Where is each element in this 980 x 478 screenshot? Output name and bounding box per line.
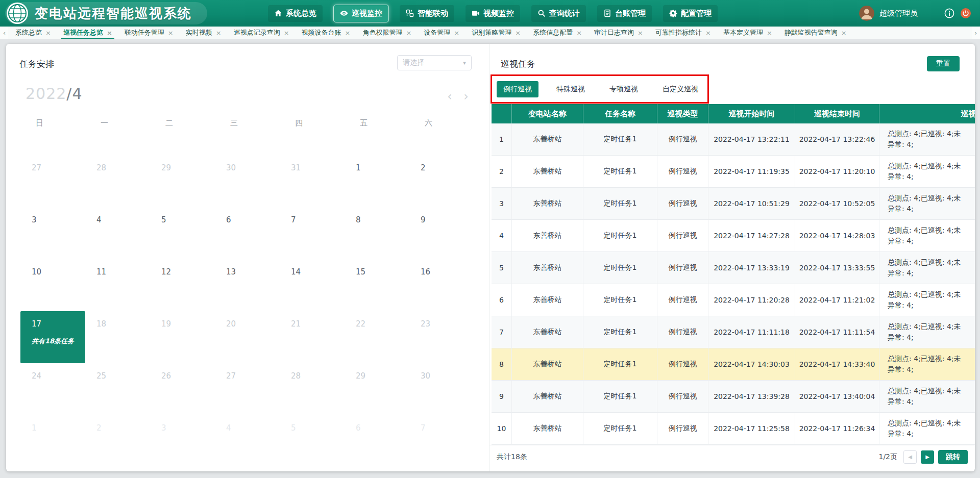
tab-item[interactable]: 设备管理× xyxy=(418,27,465,39)
calendar-day[interactable]: 16 xyxy=(409,259,474,311)
tab-item[interactable]: 视频设备台账× xyxy=(296,27,357,39)
nav-item[interactable]: 智能联动 xyxy=(400,5,454,22)
calendar-day[interactable]: 29 xyxy=(150,155,215,207)
close-icon[interactable]: × xyxy=(168,29,174,37)
close-icon[interactable]: × xyxy=(767,29,772,37)
calendar-day[interactable]: 2 xyxy=(85,415,150,467)
nav-item[interactable]: 系统总览 xyxy=(268,5,323,22)
tab-item[interactable]: 识别策略管理× xyxy=(465,27,527,39)
nav-item[interactable]: 台账管理 xyxy=(597,5,652,22)
tab-item[interactable]: 可靠性指标统计× xyxy=(649,27,717,39)
table-row[interactable]: 2东善桥站定时任务1例行巡视2022-04-17 11:19:352022-04… xyxy=(492,156,975,188)
calendar-day[interactable]: 15 xyxy=(345,259,409,311)
calendar-day[interactable]: 3 xyxy=(150,415,215,467)
tab-item[interactable]: 系统信息配置× xyxy=(527,27,588,39)
filter-tab[interactable]: 自定义巡视 xyxy=(656,81,705,97)
calendar-day[interactable]: 11 xyxy=(85,259,150,311)
user-avatar-icon[interactable] xyxy=(859,6,874,21)
calendar-day[interactable]: 4 xyxy=(215,415,280,467)
nav-item[interactable]: 视频监控 xyxy=(465,5,520,22)
calendar-day[interactable]: 6 xyxy=(215,207,280,259)
table-row[interactable]: 8东善桥站定时任务1例行巡视2022-04-17 14:30:032022-04… xyxy=(492,348,975,381)
calendar-day[interactable]: 31 xyxy=(280,155,345,207)
calendar-day[interactable]: 14 xyxy=(280,259,345,311)
tab-item[interactable]: 实时视频× xyxy=(180,27,228,39)
close-icon[interactable]: × xyxy=(284,29,289,37)
calendar-day[interactable]: 1 xyxy=(20,415,85,467)
calendar-day[interactable]: 19 xyxy=(150,311,215,363)
table-row[interactable]: 7东善桥站定时任务1例行巡视2022-04-17 11:11:182022-04… xyxy=(492,316,975,348)
tab-item[interactable]: 巡视任务总览× xyxy=(57,27,118,39)
calendar-day[interactable]: 20 xyxy=(215,311,280,363)
calendar-day[interactable]: 12 xyxy=(150,259,215,311)
close-icon[interactable]: × xyxy=(454,29,459,37)
next-page-button[interactable]: ▶ xyxy=(921,450,934,464)
tab-item[interactable]: 静默监视告警查询× xyxy=(778,27,853,39)
close-icon[interactable]: × xyxy=(638,29,643,37)
calendar-day[interactable]: 30 xyxy=(215,155,280,207)
calendar-day[interactable]: 27 xyxy=(20,155,85,207)
table-row[interactable]: 10东善桥站定时任务1例行巡视2022-04-17 11:25:582022-0… xyxy=(492,413,975,445)
nav-item[interactable]: 查询统计 xyxy=(531,5,586,22)
tabs-scroll-right-button[interactable]: › xyxy=(971,27,980,39)
filter-tab[interactable]: 专项巡视 xyxy=(603,81,645,97)
close-icon[interactable]: × xyxy=(107,29,112,37)
calendar-day[interactable]: 13 xyxy=(215,259,280,311)
calendar-day[interactable]: 18 xyxy=(85,311,150,363)
table-row[interactable]: 3东善桥站定时任务1例行巡视2022-04-17 10:51:292022-04… xyxy=(492,188,975,220)
calendar-day[interactable]: 22 xyxy=(345,311,409,363)
close-icon[interactable]: × xyxy=(406,29,411,37)
calendar-day[interactable]: 7 xyxy=(280,207,345,259)
calendar-day[interactable]: 21 xyxy=(280,311,345,363)
close-icon[interactable]: × xyxy=(576,29,582,37)
calendar-day[interactable]: 7 xyxy=(409,415,474,467)
close-icon[interactable]: × xyxy=(216,29,222,37)
calendar-day[interactable]: 4 xyxy=(85,207,150,259)
prev-page-button[interactable]: ◀ xyxy=(903,450,917,464)
power-icon[interactable] xyxy=(961,8,971,18)
table-row[interactable]: 9东善桥站定时任务1例行巡视2022-04-17 13:39:282022-04… xyxy=(492,381,975,413)
table-row[interactable]: 6东善桥站定时任务1例行巡视2022-04-17 11:20:282022-04… xyxy=(492,284,975,316)
jump-button[interactable]: 跳转 xyxy=(938,450,968,464)
calendar-day[interactable]: 2 xyxy=(409,155,474,207)
calendar-day[interactable]: 30 xyxy=(409,363,474,415)
calendar-day[interactable]: 10 xyxy=(20,259,85,311)
calendar-day[interactable]: 6 xyxy=(345,415,409,467)
calendar-day[interactable]: 9 xyxy=(409,207,474,259)
calendar-day[interactable]: 24 xyxy=(20,363,85,415)
table-row[interactable]: 5东善桥站定时任务1例行巡视2022-04-17 13:33:192022-04… xyxy=(492,252,975,284)
calendar-day[interactable]: 1 xyxy=(345,155,409,207)
tab-item[interactable]: 联动任务管理× xyxy=(118,27,180,39)
table-row[interactable]: 4东善桥站定时任务1例行巡视2022-04-17 14:27:282022-04… xyxy=(492,220,975,252)
calendar-prev-button[interactable]: ‹ xyxy=(444,89,455,104)
close-icon[interactable]: × xyxy=(345,29,351,37)
calendar-day[interactable]: 29 xyxy=(345,363,409,415)
tab-item[interactable]: 审计日志查询× xyxy=(588,27,649,39)
close-icon[interactable]: × xyxy=(841,29,847,37)
close-icon[interactable]: × xyxy=(515,29,521,37)
close-icon[interactable]: × xyxy=(705,29,711,37)
calendar-day[interactable]: 5 xyxy=(280,415,345,467)
tab-item[interactable]: 系统总览× xyxy=(9,27,57,39)
calendar-day[interactable]: 3 xyxy=(20,207,85,259)
info-icon[interactable] xyxy=(944,8,954,18)
calendar-day[interactable]: 28 xyxy=(85,155,150,207)
calendar-next-button[interactable]: › xyxy=(460,89,472,104)
schedule-filter-select[interactable]: 请选择 ▾ xyxy=(397,55,472,70)
reset-button[interactable]: 重置 xyxy=(927,56,960,71)
nav-item[interactable]: 巡视监控 xyxy=(334,5,388,22)
calendar-day[interactable]: 25 xyxy=(85,363,150,415)
tabs-scroll-left-button[interactable]: ‹ xyxy=(0,27,9,39)
calendar-day[interactable]: 27 xyxy=(215,363,280,415)
tab-item[interactable]: 角色权限管理× xyxy=(356,27,418,39)
calendar-day[interactable]: 8 xyxy=(345,207,409,259)
tab-item[interactable]: 基本定义管理× xyxy=(717,27,778,39)
close-icon[interactable]: × xyxy=(45,29,51,37)
tab-item[interactable]: 巡视点记录查询× xyxy=(228,27,296,39)
calendar-day[interactable]: 23 xyxy=(409,311,474,363)
calendar-day[interactable]: 28 xyxy=(280,363,345,415)
calendar-day[interactable]: 26 xyxy=(150,363,215,415)
calendar-day[interactable]: 5 xyxy=(150,207,215,259)
calendar-day[interactable]: 17共有18条任务 xyxy=(20,311,85,363)
table-row[interactable]: 1东善桥站定时任务1例行巡视2022-04-17 13:22:112022-04… xyxy=(492,123,975,156)
